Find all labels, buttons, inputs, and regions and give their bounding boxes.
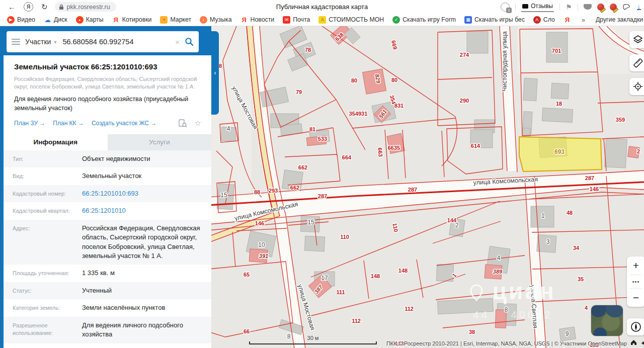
reviews-button[interactable]: Отзывы bbox=[521, 2, 554, 12]
download-game-icon: ✓ bbox=[392, 16, 400, 24]
parcel-card: Земельный участок 66:25:1201010:693 Росс… bbox=[4, 55, 211, 128]
info-row: Кадастровый номер:66:25:1201010:693 bbox=[4, 185, 211, 202]
parcel-action-link[interactable]: План КК → bbox=[53, 120, 84, 127]
info-label: Разрешенное использование: bbox=[13, 321, 82, 339]
target-icon[interactable]: ✦ bbox=[640, 339, 644, 347]
info-row: Тип:Объект недвижимости bbox=[4, 150, 211, 167]
bookmark-label: Котировки bbox=[122, 16, 152, 23]
bookmark-item[interactable]: ▦Скачать игры бес bbox=[464, 16, 525, 24]
info-value[interactable]: 66:25:1201010 bbox=[82, 206, 211, 215]
parcel-action-link[interactable]: Создать участок ЖС → bbox=[92, 120, 156, 127]
parcel-number-label: 79 bbox=[296, 89, 302, 95]
info-value: 1 335 кв. м bbox=[82, 269, 211, 278]
collections-icon[interactable] bbox=[584, 4, 592, 10]
parcel-number-label: 664 bbox=[342, 154, 352, 160]
clear-search-icon[interactable]: × bbox=[175, 38, 180, 46]
bookmark-item[interactable]: AСло bbox=[533, 16, 555, 24]
parcel-number-label: 35 bbox=[578, 276, 584, 282]
parcel-title: Земельный участок 66:25:1201010:693 bbox=[14, 62, 201, 71]
map-pin-icon: ● bbox=[76, 16, 84, 24]
bookmark-item[interactable]: ●Карты bbox=[76, 16, 104, 24]
bookmark-item[interactable]: » bbox=[580, 16, 587, 24]
divider bbox=[559, 4, 560, 11]
measure-button[interactable] bbox=[629, 54, 644, 71]
divider bbox=[515, 4, 516, 11]
info-value: Российская Федерация, Свердловская облас… bbox=[82, 224, 211, 261]
yandex-browser-icon[interactable]: Я bbox=[24, 2, 33, 12]
bookmark-item[interactable]: ✉Почта bbox=[283, 16, 310, 24]
locate-button[interactable] bbox=[629, 78, 644, 95]
cadastral-map[interactable]: 8878638669274701290183597980829803548313… bbox=[211, 26, 644, 348]
download-icon[interactable]: ↓ bbox=[637, 4, 641, 10]
menu-icon[interactable] bbox=[12, 39, 20, 45]
zoom-panel: + ••• − bbox=[627, 256, 644, 307]
parcel-number-label: 8 bbox=[505, 306, 508, 313]
info-value: Земли населённых пунктов bbox=[82, 303, 211, 312]
bookmark-item[interactable]: Я bbox=[564, 16, 571, 24]
market-bag-icon: ▪ bbox=[160, 16, 168, 24]
info-value: Для ведения личного подсобного хозяйства bbox=[82, 321, 211, 339]
tab-services[interactable]: Услуги bbox=[108, 134, 212, 150]
info-row: Адрес:Российская Федерация, Свердловская… bbox=[4, 220, 211, 265]
search-input[interactable] bbox=[61, 37, 170, 46]
favorite-star-icon[interactable]: ☆ bbox=[195, 119, 201, 128]
bookmark-label: Видео bbox=[17, 16, 35, 23]
search-icon[interactable] bbox=[185, 37, 194, 46]
basemap-thumbnail[interactable] bbox=[591, 305, 623, 336]
info-table: Тип:Объект недвижимостиВид:Земельный уча… bbox=[4, 150, 211, 348]
bookmarks-bar: ▶Видео☁Диск●КартыЯКотировки▪Маркет♪Музык… bbox=[0, 14, 644, 26]
parcel-number-label: 17 bbox=[321, 275, 328, 282]
doc-search-icon[interactable] bbox=[179, 119, 187, 127]
bookmark-item[interactable]: ▶Видео bbox=[7, 16, 35, 24]
parcel-number-label: 831 bbox=[394, 103, 404, 109]
search-category-dropdown[interactable]: Участки▾ bbox=[25, 38, 56, 46]
tabs: Информация Услуги bbox=[4, 134, 211, 150]
parcel-number-label: 48 bbox=[567, 210, 573, 216]
address-bar[interactable]: pkk.rosreestr.ru bbox=[55, 2, 116, 12]
scale-bar: 30 м bbox=[249, 335, 377, 344]
mail-icon: ✉ bbox=[283, 16, 290, 24]
info-value[interactable]: 66:25:1201010:693 bbox=[82, 189, 211, 198]
info-label: Тип: bbox=[13, 154, 82, 163]
bookmark-label: СТОИМОСТЬ МОН bbox=[329, 16, 384, 23]
home-icon[interactable] bbox=[630, 339, 637, 347]
extension-icon[interactable] bbox=[610, 4, 617, 11]
bookmark-item[interactable]: ♪Музыка bbox=[200, 16, 232, 24]
bookmark-flag-icon[interactable]: ⚑ bbox=[566, 3, 572, 11]
parcel-number-label: 34 bbox=[573, 245, 580, 251]
bookmark-item[interactable]: ▪Маркет bbox=[160, 16, 191, 24]
bookmark-item[interactable]: ЯКотировки bbox=[112, 16, 152, 24]
parcel-number-label: 701 bbox=[552, 48, 561, 54]
info-row: Разрешенное использование:Для ведения ли… bbox=[4, 317, 211, 343]
parcel-number-label: 693 bbox=[554, 148, 565, 155]
refresh-icon[interactable]: ↻ bbox=[41, 3, 48, 12]
zoom-more-button[interactable]: ••• bbox=[627, 275, 644, 288]
parcel-action-link[interactable]: План ЗУ → bbox=[14, 120, 45, 127]
glove-icon[interactable] bbox=[622, 3, 631, 11]
bookmark-item[interactable]: ⚠СТОИМОСТЬ МОН bbox=[318, 16, 384, 24]
bookmark-label: Новости bbox=[251, 16, 275, 23]
info-row: Вид:Земельный участок bbox=[4, 167, 211, 185]
extension-icon[interactable] bbox=[597, 4, 604, 11]
compass-button[interactable] bbox=[627, 318, 644, 335]
zoom-in-button[interactable]: + bbox=[627, 256, 644, 275]
layers-button[interactable] bbox=[629, 31, 644, 48]
yandex-icon: Я bbox=[112, 16, 120, 24]
bookmark-item[interactable]: ✓Скачать игру Form bbox=[392, 16, 456, 24]
bookmark-item[interactable]: ЯНовости bbox=[240, 16, 275, 24]
zoom-out-button[interactable]: − bbox=[627, 289, 644, 307]
profile-badge-icon[interactable]: 1 bbox=[501, 3, 510, 12]
bookmark-item[interactable]: ☁Диск bbox=[44, 16, 67, 24]
bookmark-label: Скачать игру Form bbox=[403, 16, 456, 23]
info-value: Земельный участок bbox=[82, 171, 211, 181]
tab-information[interactable]: Информация bbox=[4, 134, 108, 150]
parcel-number-label: 389 bbox=[493, 269, 503, 275]
speech-bubble-icon bbox=[522, 4, 528, 9]
parcel-number-label: 38 bbox=[469, 329, 475, 335]
back-icon[interactable]: ← bbox=[8, 3, 16, 11]
panel-collapse-button[interactable]: ‹ bbox=[211, 31, 219, 115]
overflow-chevron-icon: » bbox=[580, 16, 587, 24]
parcel-number-label: 359 bbox=[616, 117, 625, 123]
other-bookmarks[interactable]: Другие закладки bbox=[596, 16, 644, 23]
parcel-number-label: 148 bbox=[371, 273, 380, 279]
